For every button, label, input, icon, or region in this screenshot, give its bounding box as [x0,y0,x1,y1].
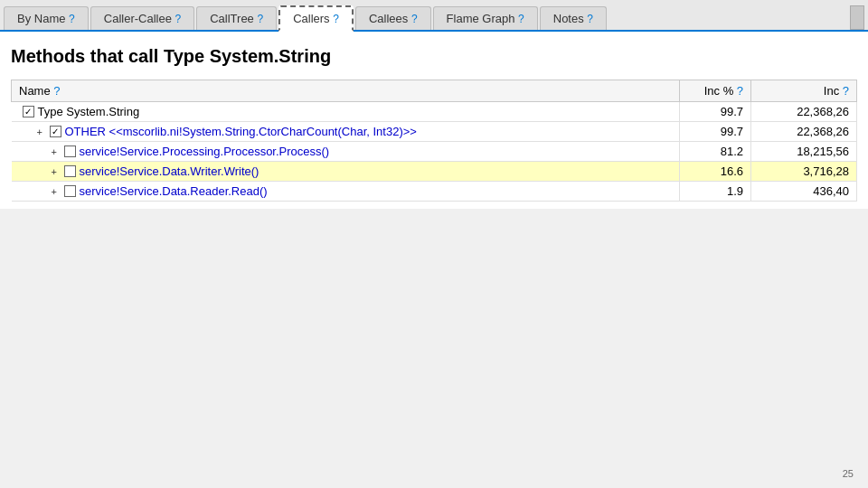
tab-help-callees[interactable]: ? [411,13,418,25]
checkbox-4[interactable] [64,185,76,197]
col-header-inc: Inc ? [751,80,857,102]
cell-inc-3: 3,716,28 [751,162,857,182]
checkbox-0[interactable] [23,106,34,117]
callers-table: Name ? Inc % ? Inc ? Type System.String9… [11,80,857,202]
tab-calltree[interactable]: CallTree ? [196,6,277,30]
tab-notes[interactable]: Notes ? [540,6,607,30]
cell-incpct-3: 16.6 [680,162,751,182]
tab-help-notes[interactable]: ? [587,13,593,25]
row-name-text-3[interactable]: service!Service.Data.Writer.Write() [80,164,259,178]
checkbox-1[interactable] [50,126,61,137]
cell-inc-4: 436,40 [751,182,857,202]
row-name-text-4[interactable]: service!Service.Data.Reader.Read() [80,184,268,198]
table-row[interactable]: +service!Service.Processing.Processor.Pr… [12,142,857,162]
cell-incpct-1: 99.7 [680,122,751,142]
checkbox-2[interactable] [64,145,76,157]
cell-name-2: +service!Service.Processing.Processor.Pr… [12,142,680,162]
table-row[interactable]: Type System.String99.722,368,26 [12,102,857,122]
cell-name-1: +OTHER <<mscorlib.ni!System.String.CtorC… [12,122,680,142]
expand-btn-2[interactable]: + [52,146,61,157]
tab-scrollbar[interactable] [850,5,864,30]
tab-help-calltree[interactable]: ? [257,13,263,25]
expand-btn-1[interactable]: + [37,127,46,137]
inc-help-link[interactable]: ? [843,84,849,98]
section-title: Methods that call Type System.String [11,46,857,67]
tab-caller-callee[interactable]: Caller-Callee ? [90,6,194,30]
table-header: Name ? Inc % ? Inc ? [12,80,857,102]
cell-inc-0: 22,368,26 [751,102,857,122]
cell-incpct-2: 81.2 [680,142,751,162]
tab-flame-graph[interactable]: Flame Graph ? [433,6,538,30]
table-body: Type System.String99.722,368,26+OTHER <<… [12,102,857,202]
col-header-incpct: Inc % ? [680,80,751,102]
table-row[interactable]: +OTHER <<mscorlib.ni!System.String.CtorC… [12,122,857,142]
cell-incpct-4: 1.9 [680,182,751,202]
tab-by-name[interactable]: By Name ? [4,6,89,30]
cell-inc-2: 18,215,56 [751,142,857,162]
table-row[interactable]: +service!Service.Data.Writer.Write()16.6… [12,162,857,182]
cell-name-0: Type System.String [12,102,680,122]
name-help-link[interactable]: ? [53,84,60,98]
tab-callers[interactable]: Callers ? [278,5,354,32]
page-number: 25 [843,468,854,479]
cell-name-4: +service!Service.Data.Reader.Read() [12,182,680,202]
tab-help-by-name[interactable]: ? [69,13,75,25]
checkbox-3[interactable] [64,165,76,177]
tab-help-flame-graph[interactable]: ? [518,13,524,25]
col-header-name: Name ? [12,80,680,102]
content-area: Methods that call Type System.String Nam… [0,32,868,209]
expand-btn-4[interactable]: + [52,186,61,197]
expand-btn-3[interactable]: + [52,166,61,177]
row-name-text-2[interactable]: service!Service.Processing.Processor.Pro… [80,145,330,158]
cell-inc-1: 22,368,26 [751,122,857,142]
cell-incpct-0: 99.7 [680,102,751,122]
tab-callees[interactable]: Callees ? [355,6,431,30]
tab-help-caller-callee[interactable]: ? [175,13,182,25]
row-name-text-1[interactable]: OTHER <<mscorlib.ni!System.String.CtorCh… [65,125,417,138]
row-name-text-0: Type System.String [38,105,140,118]
tab-help-callers[interactable]: ? [333,13,339,25]
incpct-help-link[interactable]: ? [737,84,743,98]
table-row[interactable]: +service!Service.Data.Reader.Read()1.943… [12,182,857,202]
cell-name-3: +service!Service.Data.Writer.Write() [12,162,680,182]
tab-bar: By Name ?Caller-Callee ?CallTree ?Caller… [0,0,868,32]
